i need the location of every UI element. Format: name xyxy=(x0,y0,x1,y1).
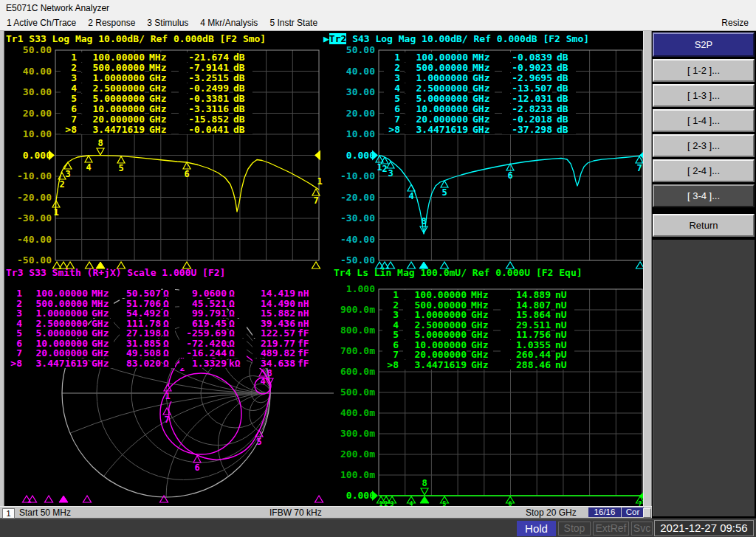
marker-cell: -259.69 xyxy=(179,328,227,338)
y-axis-tick: 10.00 xyxy=(3,129,52,139)
softkey-2-3[interactable]: [ 2-3 ]... xyxy=(653,134,755,157)
marker-row: >83.4471619GHz288.46nU xyxy=(382,360,574,370)
marker-cell: Ω xyxy=(163,288,175,298)
softkey-1-2[interactable]: [ 1-2 ]... xyxy=(653,59,755,82)
marker-cell: 219.77 xyxy=(252,339,295,348)
marker-cell: MHz xyxy=(149,52,171,62)
y-axis-tick: 10.00 xyxy=(326,129,375,139)
marker-cell: 6 xyxy=(6,339,22,348)
marker-row: 31.0000000GHz-3.2515dB xyxy=(61,73,252,83)
marker-row: 31.0000000GHz15.864nU xyxy=(382,310,574,320)
marker-cell: 7 xyxy=(6,348,22,358)
tr4-title: Tr4 Ls Lin Mag 100.0mU/ Ref 0.000U [F2 E… xyxy=(334,268,583,278)
marker-cell: 1.0000000 xyxy=(403,310,467,319)
marker-cell: 15.864 xyxy=(501,310,551,319)
marker-row: 1100.00000MHz-21.674dB xyxy=(61,52,252,63)
menu-item-4[interactable]: 4 Mkr/Analysis xyxy=(195,16,263,30)
menu-item-1[interactable]: 1 Active Ch/Trace xyxy=(1,16,81,30)
marker-cell: 31.885 xyxy=(120,339,161,348)
marker-cell: GHz xyxy=(149,114,171,124)
marker-cell: dB xyxy=(233,83,252,93)
menu-item-5[interactable]: 5 Instr State xyxy=(264,16,323,30)
tr2-title: ▶Tr2 S43 Log Mag 10.00dB/ Ref 0.000dB [F… xyxy=(323,34,589,44)
marker-cell: dB xyxy=(233,52,252,62)
marker-cell: 2.5000000 xyxy=(405,83,468,93)
tr4-marker-table: 1100.00000MHz14.889nU2500.00000MHz14.807… xyxy=(382,290,574,370)
y-axis-tick: 800.0m xyxy=(326,325,375,336)
marker-row: 55.0000000GHz27.198Ω-259.69Ω122.57fF xyxy=(6,328,314,339)
marker-cell: 7 xyxy=(61,114,77,124)
marker-cell: Ω xyxy=(163,308,175,318)
points-badge: 16/16 xyxy=(588,507,621,517)
marker-cell: Ω xyxy=(229,339,247,348)
marker-cell: -0.3381 xyxy=(179,94,229,103)
marker-cell: 5 xyxy=(6,328,22,338)
resize-button[interactable]: Resize xyxy=(721,16,749,30)
y-axis-tick: 900.0m xyxy=(326,305,375,315)
datetime-readout: 2021-12-27 09:56 xyxy=(654,520,754,536)
marker-row: 55.0000000GHz-0.3381dB xyxy=(61,94,252,104)
marker-cell: 2.5000000 xyxy=(403,320,467,330)
softkey-2-4[interactable]: [ 2-4 ]... xyxy=(653,159,755,182)
marker-cell: GHz xyxy=(472,125,495,134)
tr2-marker-table: 1100.00000MHz-0.0839dB2500.00000MHz-0.90… xyxy=(384,52,576,135)
menu-bar: 1 Active Ch/Trace2 Response3 Stimulus4 M… xyxy=(0,16,756,31)
marker-cell: 3 xyxy=(6,308,22,318)
marker-cell: 7 xyxy=(382,350,399,359)
marker-cell: GHz xyxy=(472,104,495,114)
y-axis-tick: -40.00 xyxy=(326,235,375,245)
return-softkey[interactable]: Return xyxy=(653,214,755,237)
y-axis-tick: -50.00 xyxy=(326,255,375,266)
softkey-header-s2p[interactable]: S2P xyxy=(653,32,755,57)
marker-cell: fF xyxy=(298,328,314,338)
marker-cell: 3 xyxy=(61,73,77,83)
y-axis-tick: -10.00 xyxy=(326,171,375,181)
marker-cell: 111.78 xyxy=(120,319,161,328)
menu-item-2[interactable]: 2 Response xyxy=(83,16,140,30)
marker-cell: dB xyxy=(557,104,576,114)
marker-cell: 3.4471619 xyxy=(405,125,468,134)
marker-cell: -3.3116 xyxy=(179,104,229,114)
marker-cell: 83.020 xyxy=(120,358,161,368)
marker-cell: 20.000000 xyxy=(81,114,145,124)
marker-cell: 49.508 xyxy=(120,348,161,358)
marker-cell: Ω xyxy=(163,328,175,338)
marker-cell: dB xyxy=(233,63,252,72)
marker-cell: 2 xyxy=(61,63,77,72)
marker-row: 42.5000000GHz-0.2499dB xyxy=(61,83,252,94)
svg-text:1: 1 xyxy=(317,176,322,187)
marker-cell: 2 xyxy=(384,63,400,72)
marker-cell: dB xyxy=(233,114,252,124)
marker-cell: 6 xyxy=(382,340,399,350)
marker-cell: 14.889 xyxy=(501,290,551,299)
softkey-1-3[interactable]: [ 1-3 ]... xyxy=(653,84,755,107)
marker-cell: 5 xyxy=(382,330,399,339)
softkey-3-4[interactable]: [ 3-4 ]... xyxy=(653,184,755,207)
marker-cell: -0.0441 xyxy=(179,125,229,134)
marker-cell: dB xyxy=(557,52,576,62)
svg-text:7: 7 xyxy=(636,163,642,173)
marker-cell: MHz xyxy=(92,288,114,298)
channel-indicator: 1 xyxy=(2,508,15,519)
marker-cell: GHz xyxy=(471,340,493,350)
marker-cell: 100.00000 xyxy=(26,288,88,298)
marker-cell: 39.436 xyxy=(252,319,295,328)
marker-cell: 5.0000000 xyxy=(403,330,467,339)
marker-cell: nH xyxy=(298,299,314,308)
marker-cell: -7.9141 xyxy=(179,63,229,72)
marker-cell: -0.0839 xyxy=(502,52,552,62)
marker-cell: GHz xyxy=(92,308,114,318)
marker-cell: Ω xyxy=(163,358,175,368)
marker-cell: 100.00000 xyxy=(403,290,467,299)
y-axis-tick: 400.0m xyxy=(326,408,375,418)
marker-cell: 4 xyxy=(384,83,400,93)
softkey-1-4[interactable]: [ 1-4 ]... xyxy=(653,109,755,132)
trigger-hold-indicator: Hold xyxy=(517,521,556,536)
menu-item-3[interactable]: 3 Stimulus xyxy=(142,16,193,30)
marker-cell: Ω xyxy=(163,348,175,358)
marker-cell: 5.0000000 xyxy=(26,328,88,338)
marker-cell: GHz xyxy=(472,83,495,93)
marker-cell: MHz xyxy=(149,63,171,72)
marker-cell: 50.507 xyxy=(120,288,161,298)
svg-text:5: 5 xyxy=(118,163,123,173)
